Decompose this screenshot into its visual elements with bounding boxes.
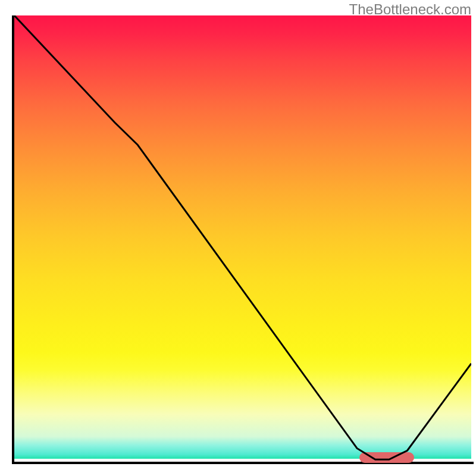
bottleneck-chart: TheBottleneck.com — [0, 0, 476, 476]
watermark-text: TheBottleneck.com — [349, 1, 471, 18]
plot-area — [14, 15, 471, 462]
bottleneck-curve — [14, 15, 471, 462]
